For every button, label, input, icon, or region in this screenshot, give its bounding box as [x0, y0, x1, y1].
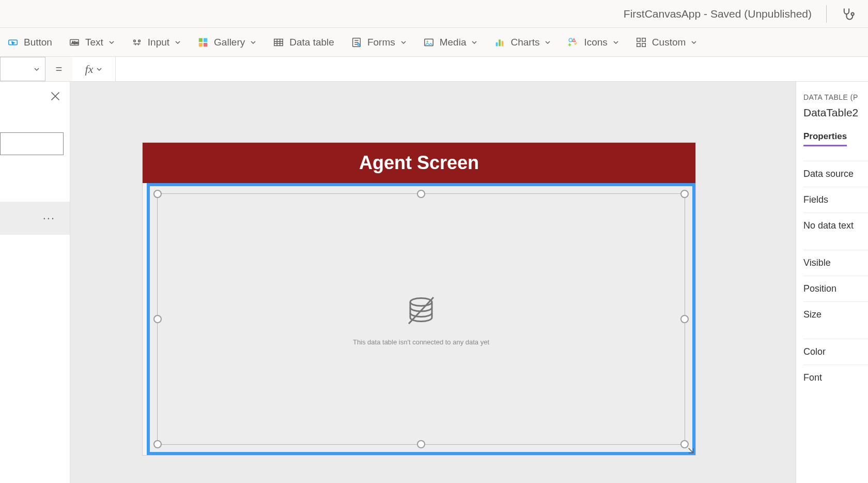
equals-sign: = — [45, 57, 72, 81]
more-icon[interactable]: ··· — [43, 212, 55, 225]
svg-rect-15 — [496, 42, 498, 46]
resize-corner-icon[interactable] — [685, 445, 694, 454]
tree-selected-item[interactable]: ··· — [0, 202, 70, 235]
chevron-down-icon — [34, 66, 40, 72]
svg-point-12 — [358, 43, 360, 45]
insert-icons-label: Icons — [584, 37, 607, 48]
prop-no-data-text[interactable]: No data text — [803, 213, 868, 238]
button-icon — [7, 37, 19, 48]
resize-handle[interactable] — [680, 315, 689, 323]
insert-custom-label: Custom — [652, 37, 686, 48]
datatable-control[interactable]: This data table isn't connected to any d… — [157, 193, 685, 445]
datatable-icon — [273, 37, 284, 48]
svg-rect-6 — [199, 38, 203, 41]
insert-datatable[interactable]: Data table — [273, 37, 334, 48]
prop-visible[interactable]: Visible — [803, 250, 868, 276]
svg-point-0 — [851, 12, 854, 15]
icons-icon — [567, 37, 579, 48]
chevron-down-icon — [109, 39, 115, 46]
media-icon — [423, 37, 435, 48]
title-divider — [826, 5, 827, 23]
insert-button[interactable]: Button — [7, 37, 52, 48]
charts-icon — [494, 37, 505, 48]
text-icon: Abc — [69, 37, 80, 48]
svg-point-5 — [138, 40, 141, 42]
chevron-down-icon — [691, 39, 697, 46]
screen-header: Agent Screen — [143, 143, 695, 183]
insert-gallery-label: Gallery — [214, 37, 245, 48]
fx-label: fx — [85, 63, 94, 76]
app-checker-icon[interactable] — [841, 7, 856, 21]
svg-point-4 — [133, 40, 135, 42]
main-area: ··· Agent Screen This data table isn't c… — [0, 82, 868, 483]
svg-rect-22 — [642, 43, 645, 46]
insert-input[interactable]: Input — [131, 37, 181, 48]
app-title: FirstCanvasApp - Saved (Unpublished) — [624, 8, 812, 20]
insert-icons[interactable]: Icons — [567, 37, 618, 48]
insert-button-label: Button — [24, 37, 52, 48]
resize-handle[interactable] — [153, 315, 162, 323]
chevron-down-icon — [96, 66, 102, 72]
insert-gallery[interactable]: Gallery — [197, 37, 256, 48]
svg-rect-17 — [502, 41, 504, 46]
resize-handle[interactable] — [417, 440, 425, 448]
datatable-selection[interactable]: This data table isn't connected to any d… — [147, 183, 695, 455]
properties-panel: DATA TABLE (P DataTable2 Properties Data… — [796, 82, 868, 483]
svg-rect-8 — [199, 42, 203, 46]
property-dropdown[interactable] — [0, 57, 45, 81]
chevron-down-icon — [545, 39, 551, 46]
formula-bar: = fx — [0, 57, 868, 82]
control-name[interactable]: DataTable2 — [803, 107, 868, 119]
svg-point-14 — [426, 40, 428, 42]
insert-media-label: Media — [440, 37, 467, 48]
insert-text[interactable]: Abc Text — [69, 37, 115, 48]
gallery-icon — [197, 37, 209, 48]
insert-custom[interactable]: Custom — [636, 37, 697, 48]
resize-handle[interactable] — [153, 190, 162, 198]
svg-rect-16 — [499, 39, 501, 46]
chevron-down-icon — [250, 39, 256, 46]
tree-panel: ··· — [0, 82, 70, 483]
insert-charts[interactable]: Charts — [494, 37, 551, 48]
input-icon — [131, 37, 143, 48]
no-data-message: This data table isn't connected to any d… — [353, 338, 489, 346]
prop-size[interactable]: Size — [803, 301, 868, 327]
svg-rect-10 — [274, 39, 283, 46]
insert-forms-label: Forms — [367, 37, 395, 48]
canvas[interactable]: Agent Screen This data table isn't conne… — [70, 82, 796, 483]
svg-rect-20 — [642, 38, 645, 41]
tree-search-input[interactable] — [0, 132, 64, 155]
insert-datatable-label: Data table — [289, 37, 334, 48]
prop-color[interactable]: Color — [803, 339, 868, 365]
prop-fields[interactable]: Fields — [803, 187, 868, 213]
insert-text-label: Text — [85, 37, 103, 48]
screen: Agent Screen This data table isn't conne… — [143, 143, 695, 455]
svg-rect-21 — [637, 43, 640, 46]
fx-button[interactable]: fx — [72, 57, 116, 81]
prop-font[interactable]: Font — [803, 365, 868, 390]
formula-input[interactable] — [116, 57, 868, 81]
title-bar: FirstCanvasApp - Saved (Unpublished) — [0, 0, 868, 28]
svg-point-18 — [569, 38, 572, 41]
prop-data-source[interactable]: Data source — [803, 161, 868, 187]
chevron-down-icon — [175, 39, 181, 46]
forms-icon — [351, 37, 362, 48]
screen-title: Agent Screen — [359, 152, 479, 174]
chevron-down-icon — [471, 39, 477, 46]
svg-rect-7 — [204, 38, 207, 41]
svg-text:Abc: Abc — [71, 40, 78, 44]
chevron-down-icon — [400, 39, 407, 46]
database-empty-icon — [402, 293, 440, 330]
control-type-label: DATA TABLE (P — [803, 93, 868, 101]
close-icon[interactable] — [50, 91, 60, 101]
insert-charts-label: Charts — [510, 37, 539, 48]
resize-handle[interactable] — [417, 190, 425, 198]
insert-media[interactable]: Media — [423, 37, 478, 48]
insert-ribbon: Button Abc Text Input Gallery Data table… — [0, 28, 868, 57]
prop-position[interactable]: Position — [803, 276, 868, 301]
insert-forms[interactable]: Forms — [351, 37, 407, 48]
resize-handle[interactable] — [153, 440, 162, 448]
chevron-down-icon — [613, 39, 619, 46]
tab-properties[interactable]: Properties — [803, 131, 847, 146]
resize-handle[interactable] — [680, 190, 689, 198]
